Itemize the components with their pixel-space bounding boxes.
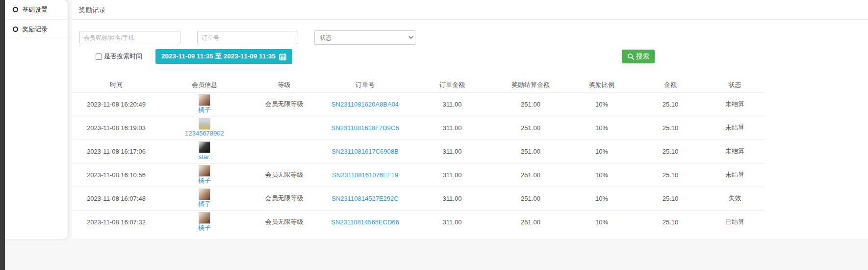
cell-order-amount: 311.00: [410, 187, 494, 210]
cell-time: 2023-11-08 16:07:32: [72, 210, 160, 234]
cell-member: 橘子: [160, 210, 249, 234]
filter-bar: 状态 是否搜索时间 2023-11-09 11:35 至 2023-11-09 …: [72, 20, 868, 78]
cell-ratio: 10%: [567, 92, 636, 116]
sidebar-item-reward-records[interactable]: 奖励记录: [5, 20, 68, 39]
cell-time: 2023-11-08 16:19:03: [72, 116, 160, 139]
status-badge: 失效: [705, 187, 765, 210]
cell-amount: 25.10: [636, 187, 705, 210]
circle-bullet-icon: [13, 7, 18, 12]
member-avatar: [199, 141, 210, 153]
status-badge: 未结算: [705, 163, 765, 187]
order-number-link[interactable]: SN23110814565ECD66: [331, 218, 399, 226]
window-left-edge: [0, 0, 5, 270]
cell-amount: 25.10: [636, 116, 705, 139]
cell-ratio: 10%: [567, 210, 636, 234]
cell-ratio: 10%: [567, 163, 636, 187]
cell-ratio: 10%: [567, 187, 636, 210]
member-name-link[interactable]: 橘子: [198, 201, 211, 208]
table-row: 2023-11-08 16:10:56 橘子 会员无限等级 SN23110816…: [72, 163, 765, 187]
cell-level: [249, 116, 320, 139]
sidebar: 基础设置 奖励记录: [5, 0, 68, 239]
member-name-link[interactable]: 橘子: [198, 177, 211, 185]
date-range-button[interactable]: 2023-11-09 11:35 至 2023-11-09 11:35: [155, 49, 292, 64]
cell-amount: 25.10: [636, 163, 705, 187]
table-row: 2023-11-08 16:07:48 橘子 会员无限等级 SN23110814…: [72, 187, 765, 210]
table-row: 2023-11-08 16:17:06 star. SN2311081617C6…: [72, 139, 765, 163]
sidebar-item-label: 奖励记录: [22, 25, 48, 34]
cell-order: SN2311081618F7D9C6: [320, 116, 410, 139]
cell-settle-amount: 251.00: [494, 163, 567, 187]
cell-amount: 25.10: [636, 92, 705, 116]
header-member-info: 会员信息: [160, 78, 249, 92]
order-number-link[interactable]: SN2311081620A8BA04: [332, 101, 399, 108]
sidebar-item-label: 基础设置: [22, 5, 48, 14]
cell-order-amount: 311.00: [410, 139, 494, 163]
header-order-amount: 订单金额: [410, 78, 494, 92]
order-number-link[interactable]: SN23110814527E292C: [332, 195, 398, 202]
cell-level: 会员无限等级: [249, 92, 320, 116]
cell-level: 会员无限等级: [249, 163, 320, 187]
member-avatar: [199, 94, 210, 106]
cell-order: SN2311081620A8BA04: [320, 92, 410, 116]
table-header-row: 时间 会员信息 等级 订单号 订单金额 奖励结算金额 奖励比例 金额 状态: [72, 78, 765, 92]
member-avatar: [199, 189, 210, 200]
cell-order: SN231108161076EF19: [320, 163, 410, 187]
status-select[interactable]: 状态: [314, 30, 415, 45]
cell-member: 橘子: [160, 163, 249, 187]
cell-order-amount: 311.00: [410, 92, 494, 116]
reward-records-table: 时间 会员信息 等级 订单号 订单金额 奖励结算金额 奖励比例 金额 状态 20…: [72, 78, 765, 234]
order-number-link[interactable]: SN231108161076EF19: [332, 171, 398, 179]
member-avatar: [199, 118, 210, 130]
header-status: 状态: [705, 78, 765, 92]
cell-settle-amount: 251.00: [494, 116, 567, 139]
cell-level: 会员无限等级: [249, 210, 320, 234]
order-number-link[interactable]: SN2311081617C6908B: [332, 148, 398, 155]
search-button[interactable]: 搜索: [622, 50, 655, 63]
cell-order-amount: 311.00: [410, 163, 494, 187]
cell-member: 橘子: [160, 187, 249, 210]
cell-member: 12345678902: [160, 116, 249, 139]
calendar-icon: [279, 53, 286, 60]
checkbox-label-text: 是否搜索时间: [104, 52, 142, 61]
cell-time: 2023-11-08 16:10:56: [72, 163, 160, 187]
cell-time: 2023-11-08 16:17:06: [72, 139, 160, 163]
cell-level: [249, 139, 320, 163]
search-time-checkbox-label[interactable]: 是否搜索时间: [96, 52, 142, 61]
sidebar-item-basic-settings[interactable]: 基础设置: [5, 0, 68, 20]
cell-settle-amount: 251.00: [494, 139, 567, 163]
cell-order: SN2311081617C6908B: [320, 139, 410, 163]
page-title: 奖励记录: [72, 0, 868, 19]
cell-amount: 25.10: [636, 139, 705, 163]
table-row: 2023-11-08 16:20:49 橘子 会员无限等级 SN23110816…: [72, 92, 765, 116]
cell-order: SN23110814527E292C: [320, 187, 410, 210]
cell-amount: 25.10: [636, 210, 705, 234]
order-number-link[interactable]: SN2311081618F7D9C6: [332, 124, 399, 132]
circle-bullet-icon: [13, 27, 18, 32]
cell-member: 橘子: [160, 92, 249, 116]
header-ratio: 奖励比例: [567, 78, 636, 92]
date-range-text: 2023-11-09 11:35 至 2023-11-09 11:35: [161, 52, 276, 61]
search-time-checkbox[interactable]: [96, 54, 102, 60]
cell-time: 2023-11-08 16:07:48: [72, 187, 160, 210]
cell-time: 2023-11-08 16:20:49: [72, 92, 160, 116]
status-badge: 未结算: [705, 116, 765, 139]
member-name-link[interactable]: star.: [199, 154, 211, 161]
search-button-text: 搜索: [636, 52, 649, 61]
cell-order: SN23110814565ECD66: [320, 210, 410, 234]
member-name-link[interactable]: 12345678902: [185, 130, 224, 137]
member-search-input[interactable]: [79, 31, 180, 44]
table-row: 2023-11-08 16:07:32 橘子 会员无限等级 SN23110814…: [72, 210, 765, 234]
cell-level: 会员无限等级: [249, 187, 320, 210]
header-order-number: 订单号: [320, 78, 410, 92]
status-badge: 已结算: [705, 210, 765, 234]
table-row: 2023-11-08 16:19:03 12345678902 SN231108…: [72, 116, 765, 139]
order-number-input[interactable]: [197, 31, 298, 44]
status-badge: 未结算: [705, 92, 765, 116]
cell-settle-amount: 251.00: [494, 92, 567, 116]
member-avatar: [199, 212, 210, 224]
member-name-link[interactable]: 橘子: [198, 224, 211, 232]
member-name-link[interactable]: 橘子: [198, 107, 211, 114]
cell-settle-amount: 251.00: [494, 210, 567, 234]
cell-ratio: 10%: [567, 139, 636, 163]
main-panel: 奖励记录 状态 是否搜索时间 2023-11-09 11:35 至 2023-1…: [72, 0, 868, 239]
